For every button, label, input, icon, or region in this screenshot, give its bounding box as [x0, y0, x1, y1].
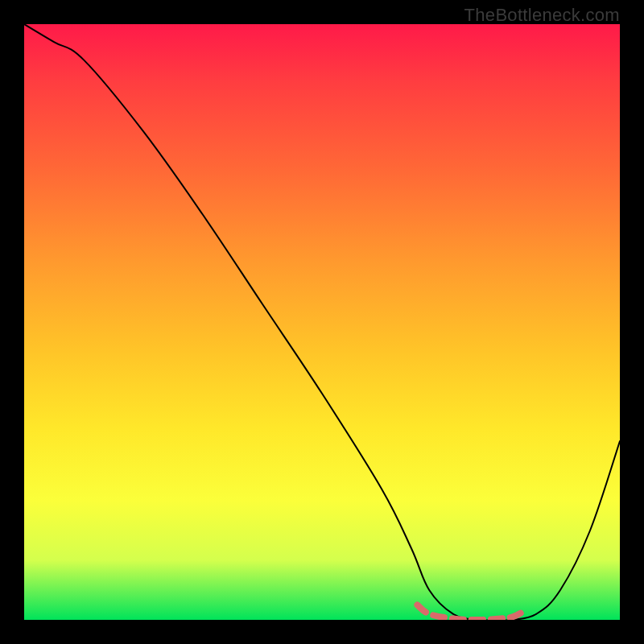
outer-frame: TheBottleneck.com: [0, 0, 644, 644]
bottleneck-curve-path: [24, 24, 620, 620]
chart-area: [24, 24, 620, 620]
bottleneck-curve-svg: [24, 24, 620, 620]
attribution-text: TheBottleneck.com: [464, 5, 620, 26]
optimal-range-path: [417, 605, 524, 621]
